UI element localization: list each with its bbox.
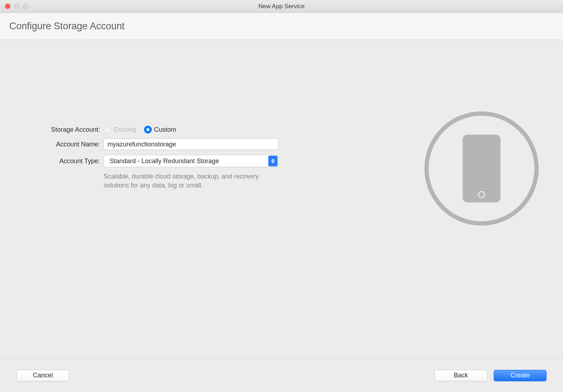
radio-existing-label: Existing (114, 126, 136, 134)
create-button[interactable]: Create (494, 370, 547, 381)
content-area: Storage Account: Existing Custom Acco (0, 40, 563, 358)
account-type-description: Scalable, durable cloud storage, backup,… (104, 172, 282, 190)
page-header: Configure Storage Account (0, 13, 563, 40)
radio-custom[interactable]: Custom (144, 126, 176, 134)
form: Storage Account: Existing Custom Acco (0, 40, 322, 358)
account-type-label: Account Type: (17, 157, 104, 165)
radio-custom-label: Custom (154, 126, 176, 134)
radio-dot-icon (146, 128, 149, 131)
account-type-value: Standard - Locally Redundant Storage (104, 157, 268, 165)
minimize-icon (14, 4, 19, 9)
maximize-icon (23, 4, 28, 9)
dialog-window: New App Service Configure Storage Accoun… (0, 0, 563, 392)
cancel-button[interactable]: Cancel (16, 370, 69, 381)
footer: Cancel Back Create (0, 358, 563, 392)
storage-account-label: Storage Account: (17, 126, 104, 134)
account-type-row: Account Type: Standard - Locally Redunda… (17, 155, 322, 167)
titlebar: New App Service (0, 0, 563, 13)
phone-illustration-icon (424, 111, 539, 226)
account-name-row: Account Name: (17, 139, 322, 150)
back-button[interactable]: Back (434, 370, 487, 381)
account-name-input[interactable] (104, 139, 279, 150)
page-title: Configure Storage Account (9, 21, 554, 32)
account-type-select[interactable]: Standard - Locally Redundant Storage (104, 155, 279, 167)
storage-account-row: Storage Account: Existing Custom (17, 126, 322, 134)
window-controls (5, 4, 28, 9)
chevron-up-down-icon (268, 156, 278, 166)
close-icon[interactable] (5, 4, 10, 9)
radio-existing: Existing (104, 126, 136, 134)
window-title: New App Service (258, 3, 304, 10)
radio-circle-icon (144, 126, 152, 134)
account-name-label: Account Name: (17, 141, 104, 148)
storage-account-radio-group: Existing Custom (104, 126, 176, 134)
radio-circle-icon (104, 126, 111, 134)
